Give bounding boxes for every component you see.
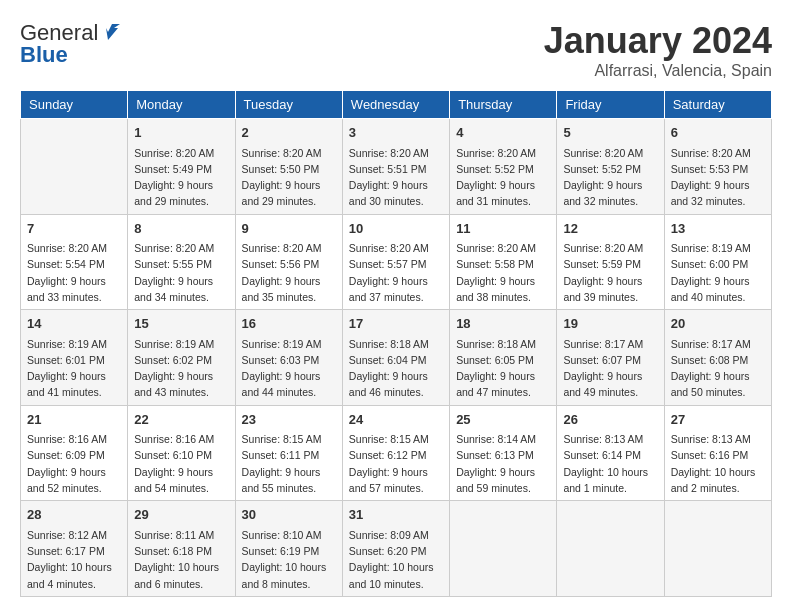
calendar-cell: 5Sunrise: 8:20 AMSunset: 5:52 PMDaylight…: [557, 119, 664, 215]
day-info: Sunrise: 8:14 AMSunset: 6:13 PMDaylight:…: [456, 431, 550, 496]
calendar-cell: [450, 501, 557, 597]
calendar-cell: 8Sunrise: 8:20 AMSunset: 5:55 PMDaylight…: [128, 214, 235, 310]
day-info: Sunrise: 8:18 AMSunset: 6:05 PMDaylight:…: [456, 336, 550, 401]
calendar-row-4: 21Sunrise: 8:16 AMSunset: 6:09 PMDayligh…: [21, 405, 772, 501]
day-info: Sunrise: 8:19 AMSunset: 6:02 PMDaylight:…: [134, 336, 228, 401]
day-number: 17: [349, 314, 443, 334]
calendar-cell: 19Sunrise: 8:17 AMSunset: 6:07 PMDayligh…: [557, 310, 664, 406]
day-info: Sunrise: 8:20 AMSunset: 5:50 PMDaylight:…: [242, 145, 336, 210]
day-number: 9: [242, 219, 336, 239]
calendar-body: 1Sunrise: 8:20 AMSunset: 5:49 PMDaylight…: [21, 119, 772, 597]
day-number: 31: [349, 505, 443, 525]
day-number: 6: [671, 123, 765, 143]
day-info: Sunrise: 8:20 AMSunset: 5:57 PMDaylight:…: [349, 240, 443, 305]
day-number: 28: [27, 505, 121, 525]
calendar-row-3: 14Sunrise: 8:19 AMSunset: 6:01 PMDayligh…: [21, 310, 772, 406]
calendar-cell: [664, 501, 771, 597]
calendar-cell: 1Sunrise: 8:20 AMSunset: 5:49 PMDaylight…: [128, 119, 235, 215]
day-number: 23: [242, 410, 336, 430]
calendar-table: SundayMondayTuesdayWednesdayThursdayFrid…: [20, 90, 772, 597]
day-info: Sunrise: 8:20 AMSunset: 5:51 PMDaylight:…: [349, 145, 443, 210]
column-header-tuesday: Tuesday: [235, 91, 342, 119]
calendar-cell: 9Sunrise: 8:20 AMSunset: 5:56 PMDaylight…: [235, 214, 342, 310]
day-number: 11: [456, 219, 550, 239]
calendar-cell: 27Sunrise: 8:13 AMSunset: 6:16 PMDayligh…: [664, 405, 771, 501]
calendar-cell: 11Sunrise: 8:20 AMSunset: 5:58 PMDayligh…: [450, 214, 557, 310]
day-info: Sunrise: 8:20 AMSunset: 5:52 PMDaylight:…: [563, 145, 657, 210]
day-number: 4: [456, 123, 550, 143]
day-info: Sunrise: 8:20 AMSunset: 5:58 PMDaylight:…: [456, 240, 550, 305]
day-info: Sunrise: 8:19 AMSunset: 6:01 PMDaylight:…: [27, 336, 121, 401]
calendar-cell: 2Sunrise: 8:20 AMSunset: 5:50 PMDaylight…: [235, 119, 342, 215]
calendar-cell: 10Sunrise: 8:20 AMSunset: 5:57 PMDayligh…: [342, 214, 449, 310]
calendar-row-2: 7Sunrise: 8:20 AMSunset: 5:54 PMDaylight…: [21, 214, 772, 310]
column-header-monday: Monday: [128, 91, 235, 119]
calendar-cell: 23Sunrise: 8:15 AMSunset: 6:11 PMDayligh…: [235, 405, 342, 501]
day-number: 16: [242, 314, 336, 334]
day-number: 14: [27, 314, 121, 334]
day-info: Sunrise: 8:17 AMSunset: 6:07 PMDaylight:…: [563, 336, 657, 401]
day-info: Sunrise: 8:12 AMSunset: 6:17 PMDaylight:…: [27, 527, 121, 592]
calendar-cell: 25Sunrise: 8:14 AMSunset: 6:13 PMDayligh…: [450, 405, 557, 501]
day-info: Sunrise: 8:10 AMSunset: 6:19 PMDaylight:…: [242, 527, 336, 592]
day-number: 3: [349, 123, 443, 143]
day-number: 25: [456, 410, 550, 430]
day-info: Sunrise: 8:18 AMSunset: 6:04 PMDaylight:…: [349, 336, 443, 401]
calendar-cell: 13Sunrise: 8:19 AMSunset: 6:00 PMDayligh…: [664, 214, 771, 310]
day-number: 19: [563, 314, 657, 334]
calendar-cell: 14Sunrise: 8:19 AMSunset: 6:01 PMDayligh…: [21, 310, 128, 406]
svg-marker-0: [106, 24, 120, 40]
month-title: January 2024: [544, 20, 772, 62]
day-info: Sunrise: 8:13 AMSunset: 6:14 PMDaylight:…: [563, 431, 657, 496]
day-number: 18: [456, 314, 550, 334]
column-header-wednesday: Wednesday: [342, 91, 449, 119]
day-number: 13: [671, 219, 765, 239]
day-info: Sunrise: 8:13 AMSunset: 6:16 PMDaylight:…: [671, 431, 765, 496]
calendar-cell: 20Sunrise: 8:17 AMSunset: 6:08 PMDayligh…: [664, 310, 771, 406]
day-number: 10: [349, 219, 443, 239]
calendar-cell: 22Sunrise: 8:16 AMSunset: 6:10 PMDayligh…: [128, 405, 235, 501]
day-number: 22: [134, 410, 228, 430]
day-number: 12: [563, 219, 657, 239]
calendar-cell: 31Sunrise: 8:09 AMSunset: 6:20 PMDayligh…: [342, 501, 449, 597]
logo-blue-text: Blue: [20, 42, 68, 68]
calendar-cell: [557, 501, 664, 597]
day-number: 24: [349, 410, 443, 430]
location: Alfarrasi, Valencia, Spain: [544, 62, 772, 80]
calendar-cell: 24Sunrise: 8:15 AMSunset: 6:12 PMDayligh…: [342, 405, 449, 501]
title-block: January 2024 Alfarrasi, Valencia, Spain: [544, 20, 772, 80]
day-number: 5: [563, 123, 657, 143]
calendar-cell: 3Sunrise: 8:20 AMSunset: 5:51 PMDaylight…: [342, 119, 449, 215]
day-info: Sunrise: 8:20 AMSunset: 5:53 PMDaylight:…: [671, 145, 765, 210]
day-info: Sunrise: 8:17 AMSunset: 6:08 PMDaylight:…: [671, 336, 765, 401]
column-header-friday: Friday: [557, 91, 664, 119]
calendar-cell: 15Sunrise: 8:19 AMSunset: 6:02 PMDayligh…: [128, 310, 235, 406]
day-number: 30: [242, 505, 336, 525]
calendar-row-5: 28Sunrise: 8:12 AMSunset: 6:17 PMDayligh…: [21, 501, 772, 597]
day-info: Sunrise: 8:20 AMSunset: 5:55 PMDaylight:…: [134, 240, 228, 305]
day-info: Sunrise: 8:20 AMSunset: 5:59 PMDaylight:…: [563, 240, 657, 305]
calendar-cell: 21Sunrise: 8:16 AMSunset: 6:09 PMDayligh…: [21, 405, 128, 501]
day-info: Sunrise: 8:16 AMSunset: 6:09 PMDaylight:…: [27, 431, 121, 496]
day-info: Sunrise: 8:19 AMSunset: 6:00 PMDaylight:…: [671, 240, 765, 305]
day-info: Sunrise: 8:20 AMSunset: 5:49 PMDaylight:…: [134, 145, 228, 210]
calendar-cell: [21, 119, 128, 215]
calendar-cell: 29Sunrise: 8:11 AMSunset: 6:18 PMDayligh…: [128, 501, 235, 597]
day-number: 2: [242, 123, 336, 143]
calendar-cell: 28Sunrise: 8:12 AMSunset: 6:17 PMDayligh…: [21, 501, 128, 597]
calendar-cell: 17Sunrise: 8:18 AMSunset: 6:04 PMDayligh…: [342, 310, 449, 406]
day-number: 26: [563, 410, 657, 430]
day-number: 27: [671, 410, 765, 430]
calendar-cell: 16Sunrise: 8:19 AMSunset: 6:03 PMDayligh…: [235, 310, 342, 406]
day-info: Sunrise: 8:15 AMSunset: 6:12 PMDaylight:…: [349, 431, 443, 496]
day-info: Sunrise: 8:15 AMSunset: 6:11 PMDaylight:…: [242, 431, 336, 496]
calendar-cell: 30Sunrise: 8:10 AMSunset: 6:19 PMDayligh…: [235, 501, 342, 597]
calendar-cell: 7Sunrise: 8:20 AMSunset: 5:54 PMDaylight…: [21, 214, 128, 310]
calendar-cell: 4Sunrise: 8:20 AMSunset: 5:52 PMDaylight…: [450, 119, 557, 215]
day-info: Sunrise: 8:16 AMSunset: 6:10 PMDaylight:…: [134, 431, 228, 496]
day-info: Sunrise: 8:19 AMSunset: 6:03 PMDaylight:…: [242, 336, 336, 401]
day-number: 29: [134, 505, 228, 525]
calendar-header-row: SundayMondayTuesdayWednesdayThursdayFrid…: [21, 91, 772, 119]
column-header-thursday: Thursday: [450, 91, 557, 119]
logo-bird-icon: [100, 22, 122, 44]
